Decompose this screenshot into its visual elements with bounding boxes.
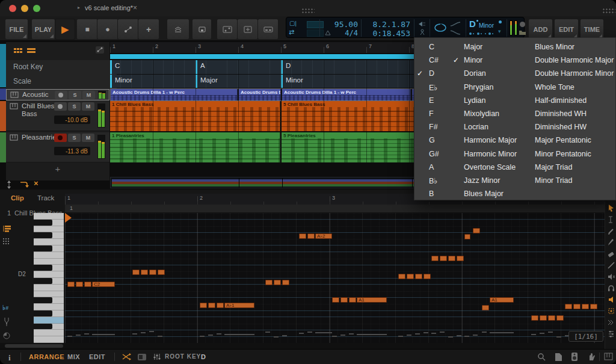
midi-note[interactable]: A1 (490, 297, 514, 303)
grid-size-display[interactable]: [1/16] (568, 331, 603, 342)
menu-item-scale[interactable]: Double Harmonic Major (535, 56, 614, 64)
metronome-icon[interactable] (325, 30, 331, 35)
menu-item-scale[interactable]: Phrygian (464, 83, 493, 91)
play-button[interactable]: ▶ (55, 19, 75, 40)
midi-note[interactable]: A1 (357, 297, 387, 303)
tab-track[interactable]: Track (37, 194, 54, 202)
menu-item-scale[interactable]: Diminished HW (535, 123, 587, 131)
menu-item-root-key[interactable]: F (429, 110, 434, 118)
midi-note[interactable] (282, 280, 289, 285)
view-mix[interactable]: MIX (67, 353, 80, 360)
piano-key-B2[interactable] (34, 213, 64, 220)
editor-scrollbar[interactable] (0, 343, 605, 349)
menu-item-scale[interactable]: Half-diminished (535, 96, 587, 105)
add-button[interactable]: ADD (528, 19, 553, 40)
solo-button[interactable]: S (69, 91, 81, 99)
fold-notes-icon[interactable] (2, 238, 11, 246)
menu-item-scale[interactable]: Harmonic Minor (464, 150, 517, 158)
midi-note[interactable] (208, 303, 215, 308)
menu-item-root-key[interactable]: E♭ (429, 83, 437, 92)
menu-item-scale[interactable]: Overtone Scale (464, 163, 516, 171)
menu-item-root-key[interactable]: G# (429, 150, 439, 158)
volume-display[interactable]: -11.3 dB (54, 147, 90, 155)
scale-cell[interactable]: Minor (110, 75, 194, 88)
menu-item-scale[interactable]: Whole Tone (535, 83, 574, 91)
track-name[interactable]: Chill Blues (22, 102, 54, 110)
menu-item-root-key[interactable]: B (429, 190, 434, 198)
solo-button[interactable]: S (68, 134, 81, 142)
time-display[interactable]: 0:18.453 (365, 29, 410, 38)
piano-key-Bb2[interactable] (34, 220, 64, 226)
midi-note[interactable] (565, 304, 572, 309)
hand-cursor-icon[interactable] (587, 353, 596, 361)
arranger-clip-drums[interactable]: Acoustic Drums Dilla 1 - w Perc (282, 89, 411, 100)
midi-note[interactable] (582, 304, 589, 309)
track-color-bass[interactable] (0, 101, 6, 131)
volume-display[interactable]: -10.0 dB (54, 116, 90, 124)
add-insert-button[interactable] (237, 19, 258, 40)
midi-note[interactable] (265, 280, 273, 285)
midi-note[interactable] (473, 228, 480, 233)
midi-note[interactable] (556, 315, 564, 321)
arranger-clip-drums[interactable]: Acoustic Drums Dilla 1 - w Perc (111, 89, 238, 100)
close-window-button[interactable] (9, 5, 16, 12)
browser-file-icon[interactable] (555, 353, 562, 362)
menu-item-scale[interactable]: Double Harmonic Minor (535, 69, 614, 78)
midi-note[interactable] (440, 256, 447, 261)
scrollbar-thumb[interactable] (5, 344, 63, 348)
menu-item-scale[interactable]: Jazz Minor (464, 176, 500, 185)
pointer-tool-icon[interactable] (607, 204, 615, 212)
menu-item-root-key[interactable]: F# (429, 123, 438, 131)
piano-key-Gb1[interactable] (34, 324, 64, 330)
play-menu-button[interactable]: PLAY (31, 19, 55, 40)
scale-track-color[interactable] (0, 44, 6, 87)
scale-selector[interactable]: D Minor ▾ (467, 17, 505, 37)
project-folder-icon[interactable] (519, 29, 526, 35)
menu-item-root-key[interactable]: D (429, 69, 434, 78)
track-row[interactable]: AcousticSM (6, 89, 109, 100)
menu-item-scale[interactable]: Diminished WH (535, 110, 587, 118)
tempo-display[interactable]: 95.00 (323, 20, 358, 29)
arranger-clip-drums[interactable]: Acoustic Drums Di (239, 89, 281, 100)
audition-tool-icon[interactable] (607, 284, 615, 292)
controller-button[interactable] (192, 19, 212, 40)
midi-note[interactable]: C2 (92, 282, 115, 287)
midi-note[interactable] (407, 274, 414, 279)
track-color-keys[interactable] (0, 132, 6, 162)
position-display[interactable]: 8.2.1.87 (365, 20, 410, 29)
midi-note[interactable]: A♭2 (315, 233, 332, 239)
midi-note[interactable] (482, 305, 489, 310)
midi-note[interactable] (132, 270, 140, 275)
midi-note[interactable] (573, 304, 581, 309)
midi-note[interactable]: A♭1 (224, 303, 254, 308)
midi-note[interactable] (540, 315, 547, 321)
midi-note[interactable] (531, 315, 538, 321)
midi-note[interactable] (274, 280, 281, 285)
midi-note[interactable] (149, 270, 156, 275)
dual-view-icon[interactable] (122, 353, 131, 360)
menu-item-scale[interactable]: Dorian (464, 69, 486, 78)
midi-note[interactable] (424, 274, 431, 279)
midi-note[interactable] (158, 270, 165, 275)
record-master-icon[interactable] (520, 22, 525, 27)
mute-button[interactable]: M (82, 134, 94, 142)
piano-key-G1[interactable] (34, 317, 64, 324)
menu-item-scale[interactable]: Mixolydian (464, 110, 499, 118)
solo-button[interactable]: S (68, 102, 81, 111)
midi-note[interactable] (415, 274, 422, 279)
menu-item-root-key[interactable]: A (429, 163, 434, 171)
track-row[interactable]: Chill BluesBassSM-10.0 dB (6, 101, 109, 131)
piano-key-A1[interactable] (34, 304, 64, 310)
minimize-window-button[interactable] (21, 5, 28, 12)
mute-button[interactable]: M (82, 102, 94, 111)
vertical-zoom-icon[interactable] (6, 180, 12, 190)
piano-key-Db2[interactable] (34, 278, 64, 285)
midi-note[interactable] (431, 256, 439, 261)
search-icon[interactable] (537, 353, 546, 362)
midi-note[interactable] (332, 297, 339, 303)
track-color-acoustic[interactable] (0, 88, 6, 100)
arranger-clip-bass[interactable]: 1 Chill Blues Bass (110, 101, 280, 131)
piano-key-F1[interactable] (34, 330, 64, 336)
midi-note[interactable] (464, 234, 470, 239)
menu-item-scale[interactable]: Major Triad (535, 163, 573, 171)
